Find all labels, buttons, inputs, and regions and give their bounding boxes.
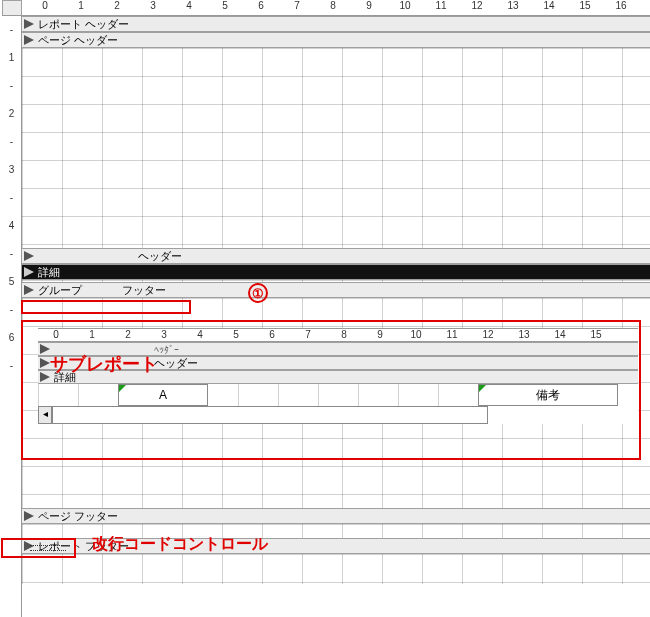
report-footer-area[interactable] — [22, 554, 650, 584]
annotation-group-footer-highlight — [21, 300, 191, 314]
section-label: ヘッダー — [138, 249, 182, 264]
section-label: ヘッダー — [154, 356, 198, 371]
column-header-remarks[interactable]: 備考 — [478, 384, 618, 406]
sort-indicator-icon — [119, 385, 126, 392]
section-page-header[interactable]: ページ ヘッダー — [22, 32, 650, 48]
annotation-newline-control-label: 改行コードコントロール — [92, 534, 268, 555]
section-marker-icon — [24, 35, 34, 45]
subreport-textbox[interactable] — [52, 406, 488, 424]
design-surface[interactable]: レポート ヘッダー ページ ヘッダー ヘッダー 詳細 グループ フッター — [22, 16, 650, 617]
section-marker-icon — [24, 267, 34, 277]
newline-code-control[interactable] — [30, 545, 66, 551]
scroll-left-button[interactable]: ◂ — [38, 406, 52, 424]
ruler-ticks-sub: 0123456789101112131415 — [38, 329, 614, 340]
section-marker-icon — [24, 285, 34, 295]
section-marker-icon — [24, 19, 34, 29]
subreport-detail-area[interactable]: A 備考 — [38, 384, 638, 406]
section-report-header[interactable]: レポート ヘッダー — [22, 16, 650, 32]
ruler-ticks-main: 012345678910111213141516 — [25, 0, 639, 11]
section-marker-icon — [24, 511, 34, 521]
annotation-subreport-label: サブレポート — [50, 352, 158, 376]
section-group-footer[interactable]: グループ フッター — [22, 282, 650, 298]
page-header-area[interactable] — [22, 48, 650, 248]
annotation-circled-1: ① — [248, 283, 268, 303]
sort-indicator-icon — [479, 385, 486, 392]
section-label: グループ — [38, 283, 82, 298]
subreport-control[interactable]: 0123456789101112131415 ﾍｯﾀﾞｰ ヘッダー 詳細 — [38, 328, 638, 424]
section-group-header[interactable]: ヘッダー — [22, 248, 650, 264]
section-label: ページ フッター — [38, 509, 118, 524]
subreport-ruler-horizontal[interactable]: 0123456789101112131415 — [38, 328, 638, 342]
column-header-a[interactable]: A — [118, 384, 208, 406]
section-marker-icon — [40, 358, 50, 368]
section-label: レポート ヘッダー — [38, 17, 129, 32]
ruler-vertical[interactable]: - 1 - 2 - 3 - 4 - 5 - 6 - — [2, 16, 22, 617]
section-detail[interactable]: 詳細 — [22, 264, 650, 280]
section-page-footer[interactable]: ページ フッター — [22, 508, 650, 524]
section-marker-icon — [24, 251, 34, 261]
section-label: 詳細 — [38, 265, 60, 280]
ruler-corner-select-all[interactable] — [2, 0, 22, 16]
subreport-textbox-row: ◂ — [38, 406, 638, 424]
report-designer[interactable]: 012345678910111213141516 - 1 - 2 - 3 - 4… — [0, 0, 650, 617]
section-marker-icon — [40, 344, 50, 354]
ruler-horizontal[interactable]: 012345678910111213141516 — [2, 0, 650, 16]
section-label: フッター — [122, 283, 166, 298]
section-marker-icon — [40, 372, 50, 382]
section-label: ページ ヘッダー — [38, 33, 118, 48]
